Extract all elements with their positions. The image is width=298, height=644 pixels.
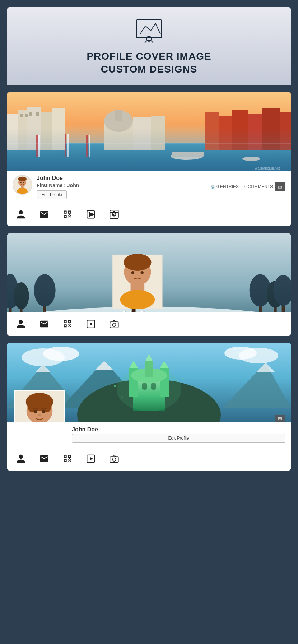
card1-info-bar: John Doe First Name : John Edit Profile … [7, 171, 291, 203]
svg-rect-27 [67, 134, 69, 157]
svg-rect-17 [151, 116, 165, 150]
svg-rect-4 [7, 114, 18, 150]
card3-mail-icon[interactable] [38, 453, 50, 465]
card3-avatar [14, 390, 65, 422]
card1-mail-icon[interactable] [275, 182, 285, 191]
card3: ✉ [7, 343, 291, 471]
svg-point-108 [117, 368, 181, 411]
svg-text:wallpaper.in.net: wallpaper.in.net [255, 166, 280, 170]
card2: John Doe View Profile 📡 0 ENTRIES 0 COMM… [7, 233, 291, 336]
card3-edit-button[interactable]: Edit Profile [72, 434, 285, 443]
svg-rect-6 [27, 107, 41, 150]
page-wrapper: PROFILE COVER IMAGE CUSTOM DESIGNS [0, 0, 298, 485]
svg-rect-26 [65, 134, 66, 157]
svg-rect-22 [262, 108, 280, 150]
card2-cover-area: John Doe View Profile 📡 0 ENTRIES 0 COMM… [7, 233, 291, 312]
card3-camera-icon[interactable] [108, 453, 120, 465]
svg-rect-2 [7, 92, 291, 171]
card1-person-icon[interactable] [14, 208, 27, 221]
card2-icon-bar [7, 312, 291, 336]
svg-rect-21 [248, 114, 262, 150]
svg-point-37 [18, 177, 27, 181]
svg-rect-84 [110, 322, 118, 328]
card1: wallpaper.in.net [7, 92, 291, 226]
svg-rect-20 [232, 110, 248, 150]
card2-mail-icon[interactable] [38, 318, 50, 330]
card1-avatar [13, 175, 32, 195]
card1-comments: 0 COMMENTS [244, 184, 273, 189]
svg-point-74 [140, 271, 144, 274]
svg-rect-127 [110, 457, 118, 462]
svg-rect-23 [280, 112, 291, 150]
svg-rect-24 [36, 135, 38, 157]
svg-point-41 [23, 182, 24, 183]
svg-rect-11 [29, 112, 32, 116]
svg-point-111 [121, 396, 123, 398]
svg-point-55 [14, 282, 29, 309]
svg-rect-29 [89, 135, 90, 157]
svg-point-30 [171, 153, 203, 160]
svg-point-40 [20, 182, 22, 183]
svg-rect-31 [172, 152, 204, 157]
svg-rect-16 [133, 117, 151, 150]
card1-qr-icon[interactable] [61, 208, 74, 221]
svg-marker-83 [90, 323, 93, 326]
svg-text:John Doe: John Doe [122, 310, 153, 312]
header-section: PROFILE COVER IMAGE CUSTOM DESIGNS [7, 7, 291, 85]
card3-qr-icon[interactable] [61, 453, 74, 465]
card2-person-icon[interactable] [14, 318, 27, 330]
svg-point-110 [182, 378, 184, 380]
svg-point-109 [114, 385, 116, 387]
card3-cover-area: ✉ [7, 343, 291, 422]
card1-stats: 📡 0 ENTRIES 0 COMMENTS [210, 184, 273, 189]
card1-camera-icon[interactable] [108, 208, 120, 221]
svg-point-124 [38, 414, 41, 416]
svg-rect-19 [219, 116, 232, 150]
svg-rect-39 [21, 186, 23, 188]
svg-point-72 [120, 290, 155, 309]
svg-rect-9 [20, 114, 23, 117]
header-icon [135, 18, 163, 45]
card2-qr-icon[interactable] [61, 318, 74, 330]
card2-play-icon[interactable] [84, 318, 97, 330]
svg-rect-12 [36, 112, 39, 116]
svg-point-32 [242, 157, 260, 161]
card3-user-name: John Doe [72, 426, 285, 433]
svg-point-122 [34, 409, 37, 413]
card1-edit-button[interactable]: Edit Profile [37, 190, 67, 199]
card3-person-icon[interactable] [14, 453, 27, 465]
card1-cover: wallpaper.in.net [7, 92, 291, 171]
svg-rect-25 [38, 135, 40, 157]
card1-icon-bar [7, 203, 291, 226]
svg-marker-126 [90, 457, 93, 460]
svg-point-128 [112, 458, 116, 461]
svg-point-53 [34, 274, 56, 306]
card3-icon-bar [7, 447, 291, 471]
svg-rect-119 [36, 422, 44, 422]
svg-point-70 [124, 254, 151, 271]
header-title: PROFILE COVER IMAGE CUSTOM DESIGNS [87, 50, 211, 76]
svg-rect-10 [25, 114, 28, 117]
svg-rect-33 [7, 143, 291, 144]
svg-point-85 [112, 323, 116, 326]
svg-point-73 [131, 271, 135, 274]
svg-rect-28 [86, 135, 88, 157]
svg-point-123 [42, 409, 46, 413]
card2-camera-icon[interactable] [108, 318, 120, 330]
svg-text:✉: ✉ [278, 416, 282, 422]
svg-rect-18 [205, 112, 219, 150]
card3-info: John Doe Edit Profile [7, 422, 291, 447]
card1-user-name: John Doe [37, 175, 285, 181]
svg-rect-7 [41, 112, 52, 150]
svg-rect-8 [52, 108, 65, 150]
svg-rect-3 [7, 143, 291, 171]
svg-point-90 [224, 347, 257, 360]
card1-entries: 📡 0 ENTRIES [210, 184, 239, 189]
card3-play-icon[interactable] [84, 453, 97, 465]
svg-rect-15 [115, 110, 122, 121]
card1-mail-icon-bar[interactable] [38, 208, 50, 221]
card1-play-icon[interactable] [84, 208, 97, 221]
svg-point-88 [43, 347, 79, 361]
